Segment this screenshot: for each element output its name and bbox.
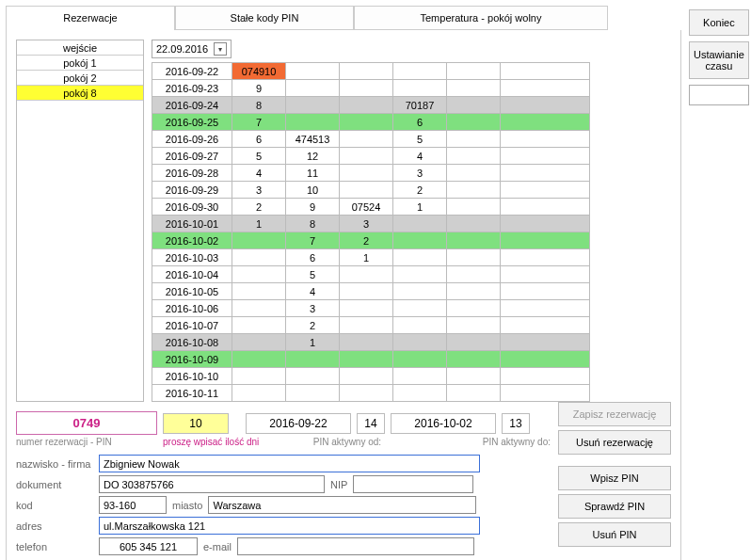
table-cell[interactable] <box>447 283 501 300</box>
table-cell[interactable]: 2016-09-27 <box>152 148 232 165</box>
tab-pin-codes[interactable]: Stałe kody PIN <box>175 6 354 30</box>
table-row[interactable]: 2016-10-045 <box>152 266 590 283</box>
table-cell[interactable]: 2016-10-03 <box>152 249 232 266</box>
end-button[interactable]: Koniec <box>689 9 749 36</box>
schedule-table[interactable]: 2016-09-220749102016-09-2392016-09-24870… <box>152 62 590 402</box>
table-cell[interactable]: 5 <box>393 131 447 148</box>
table-cell[interactable]: 2 <box>232 199 286 216</box>
table-cell[interactable] <box>393 385 447 402</box>
table-cell[interactable]: 11 <box>286 165 340 182</box>
table-cell[interactable]: 1 <box>340 249 393 266</box>
table-row[interactable]: 2016-09-24870187 <box>152 97 590 114</box>
table-cell[interactable] <box>447 385 501 402</box>
table-cell[interactable] <box>286 351 340 368</box>
table-cell[interactable] <box>447 351 501 368</box>
table-cell[interactable] <box>340 283 393 300</box>
table-cell[interactable]: 2 <box>340 232 393 249</box>
table-cell[interactable] <box>393 300 447 317</box>
table-cell[interactable]: 2016-10-09 <box>152 351 232 368</box>
table-cell[interactable]: 8 <box>232 97 286 114</box>
table-row[interactable]: 2016-09-284113 <box>152 165 590 182</box>
table-row[interactable]: 2016-10-10 <box>152 368 590 385</box>
table-cell[interactable] <box>501 63 590 80</box>
room-item[interactable]: pokój 1 <box>17 56 143 71</box>
table-cell[interactable] <box>340 148 393 165</box>
table-row[interactable]: 2016-09-2664745135 <box>152 131 590 148</box>
table-cell[interactable] <box>447 300 501 317</box>
table-cell[interactable]: 2016-10-04 <box>152 266 232 283</box>
table-cell[interactable] <box>393 334 447 351</box>
table-cell[interactable]: 2016-09-29 <box>152 182 232 199</box>
table-row[interactable]: 2016-10-0361 <box>152 249 590 266</box>
table-cell[interactable] <box>447 266 501 283</box>
table-cell[interactable] <box>393 351 447 368</box>
table-cell[interactable] <box>447 80 501 97</box>
table-cell[interactable]: 5 <box>286 266 340 283</box>
adres-field[interactable] <box>99 517 480 535</box>
tab-reservations[interactable]: Rezerwacje <box>6 6 175 30</box>
table-row[interactable]: 2016-09-239 <box>152 80 590 97</box>
kod-field[interactable] <box>99 496 167 514</box>
table-cell[interactable] <box>447 114 501 131</box>
table-cell[interactable] <box>393 283 447 300</box>
table-cell[interactable]: 1 <box>232 216 286 232</box>
table-cell[interactable] <box>393 266 447 283</box>
table-cell[interactable] <box>340 351 393 368</box>
table-cell[interactable] <box>286 63 340 80</box>
save-reservation-button[interactable]: Zapisz rezerwację <box>558 402 671 426</box>
table-cell[interactable] <box>447 368 501 385</box>
table-cell[interactable]: 8 <box>286 216 340 232</box>
table-cell[interactable]: 07524 <box>340 199 393 216</box>
table-cell[interactable]: 9 <box>232 80 286 97</box>
room-item[interactable]: pokój 8 <box>17 86 143 101</box>
table-cell[interactable]: 2016-10-01 <box>152 216 232 232</box>
table-cell[interactable] <box>501 165 590 182</box>
table-cell[interactable] <box>447 334 501 351</box>
table-cell[interactable] <box>501 148 590 165</box>
table-cell[interactable] <box>286 114 340 131</box>
write-pin-button[interactable]: Wpisz PIN <box>558 466 671 490</box>
table-cell[interactable]: 4 <box>393 148 447 165</box>
table-cell[interactable]: 1 <box>286 334 340 351</box>
calendar-icon[interactable]: ▾ <box>214 42 227 56</box>
delete-reservation-button[interactable]: Usuń rezerwację <box>558 430 671 455</box>
table-cell[interactable] <box>286 97 340 114</box>
table-cell[interactable]: 7 <box>286 232 340 249</box>
delete-pin-button[interactable]: Usuń PIN <box>558 522 671 547</box>
table-cell[interactable]: 6 <box>393 114 447 131</box>
table-cell[interactable] <box>232 334 286 351</box>
table-cell[interactable] <box>447 249 501 266</box>
table-cell[interactable] <box>393 317 447 334</box>
table-cell[interactable] <box>232 368 286 385</box>
table-row[interactable]: 2016-09-22074910 <box>152 63 590 80</box>
table-cell[interactable]: 7 <box>232 114 286 131</box>
table-cell[interactable]: 3 <box>393 165 447 182</box>
table-row[interactable]: 2016-09-3029075241 <box>152 199 590 216</box>
table-row[interactable]: 2016-10-063 <box>152 300 590 317</box>
table-cell[interactable] <box>340 334 393 351</box>
table-cell[interactable]: 3 <box>286 300 340 317</box>
table-cell[interactable] <box>447 131 501 148</box>
table-cell[interactable] <box>393 368 447 385</box>
table-cell[interactable] <box>501 182 590 199</box>
miasto-field[interactable] <box>208 496 476 514</box>
table-cell[interactable]: 2016-09-25 <box>152 114 232 131</box>
table-cell[interactable] <box>501 334 590 351</box>
table-row[interactable]: 2016-10-054 <box>152 283 590 300</box>
table-cell[interactable]: 2016-09-24 <box>152 97 232 114</box>
table-cell[interactable] <box>501 283 590 300</box>
table-cell[interactable] <box>340 182 393 199</box>
table-cell[interactable] <box>501 131 590 148</box>
table-cell[interactable] <box>447 97 501 114</box>
table-cell[interactable]: 9 <box>286 199 340 216</box>
table-cell[interactable] <box>501 199 590 216</box>
table-cell[interactable] <box>393 249 447 266</box>
table-cell[interactable]: 4 <box>286 283 340 300</box>
table-cell[interactable] <box>232 317 286 334</box>
table-cell[interactable] <box>501 385 590 402</box>
table-cell[interactable] <box>232 300 286 317</box>
set-time-button[interactable]: Ustawianie czasu <box>689 41 749 79</box>
table-cell[interactable] <box>232 232 286 249</box>
table-cell[interactable] <box>340 165 393 182</box>
table-cell[interactable] <box>501 97 590 114</box>
